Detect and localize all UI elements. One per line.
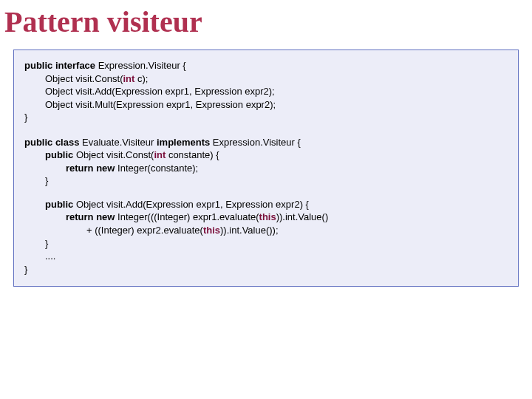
code-text: constante) { [168, 149, 219, 160]
kw-public: public [45, 199, 76, 210]
code-line: Object visit.Const(int c); [24, 72, 508, 86]
code-text: Expression.Visiteur { [98, 60, 186, 71]
code-line: } [24, 263, 508, 276]
kw-public: public [45, 149, 76, 160]
code-line: } [24, 174, 508, 188]
code-line: .... [24, 250, 508, 263]
code-text: )).int.Value() [276, 211, 329, 222]
code-text: } [45, 175, 48, 186]
code-line: public interface Expression.Visiteur { [24, 59, 508, 72]
code-line: return new Integer(constante); [24, 162, 508, 175]
code-line: public class Evaluate.Visiteur implement… [24, 136, 508, 149]
code-text: } [24, 112, 27, 123]
slide-title: Pattern visiteur [4, 4, 532, 39]
code-line: public Object visit.Add(Expression expr1… [24, 198, 508, 211]
code-text: } [24, 264, 27, 275]
code-line: + ((Integer) expr2.evaluate(this)).int.V… [24, 224, 508, 237]
decorative-shadow [18, 340, 262, 399]
kw-int: int [123, 73, 137, 84]
code-text: Object visit.Const( [76, 149, 154, 160]
kw-public-interface: public interface [24, 60, 98, 71]
code-text: Evaluate.Visiteur [82, 137, 157, 148]
code-text: Integer(constante); [117, 163, 198, 174]
code-line: public Object visit.Const(int constante)… [24, 149, 508, 162]
kw-return-new: return new [66, 163, 117, 174]
code-line: Object visit.Add(Expression expr1, Expre… [24, 85, 508, 98]
code-text: + ((Integer) expr2.evaluate( [86, 225, 203, 236]
kw-this: this [203, 225, 220, 236]
code-box: public interface Expression.Visiteur { O… [13, 50, 519, 287]
code-text: c); [137, 73, 148, 84]
code-text: .... [45, 250, 55, 262]
kw-implements: implements [157, 137, 213, 148]
code-text: Object visit.Add(Expression expr1, Expre… [45, 86, 275, 97]
kw-int: int [154, 149, 168, 160]
kw-return-new: return new [66, 211, 117, 222]
code-text: Expression.Visiteur { [213, 137, 301, 148]
code-line: Object visit.Mult(Expression expr1, Expr… [24, 98, 508, 112]
kw-public-class: public class [24, 137, 82, 148]
code-text: } [45, 238, 48, 249]
code-text: Object visit.Const( [45, 73, 123, 84]
code-line: return new Integer(((Integer) expr1.eval… [24, 211, 508, 224]
code-text: )).int.Value()); [220, 225, 279, 236]
code-text: Object visit.Mult(Expression expr1, Expr… [45, 99, 276, 110]
kw-this: this [259, 211, 276, 222]
code-line: } [24, 237, 508, 250]
code-line: } [24, 111, 508, 124]
code-text: Object visit.Add(Expression expr1, Expre… [76, 199, 309, 210]
code-text: Integer(((Integer) expr1.evaluate( [117, 211, 259, 222]
